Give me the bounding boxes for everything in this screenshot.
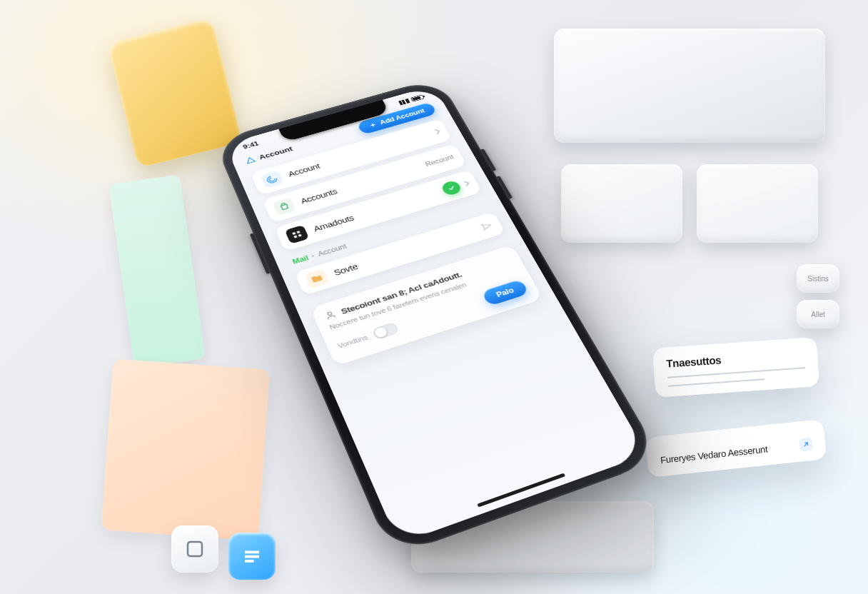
info-card-cta[interactable]: Palo [481, 279, 530, 307]
list-item-trailing: Recount [424, 153, 455, 168]
card-transfers[interactable]: Tnaesuttos [652, 337, 819, 398]
card-line [668, 378, 765, 386]
app-tile-blue[interactable] [228, 533, 276, 580]
check-badge-icon [440, 180, 463, 197]
info-card-toggle[interactable] [372, 322, 400, 341]
card-reserve-title: Fureryes Vedaro Aesserunt [660, 443, 768, 465]
info-card-mini: Vondtins [337, 333, 369, 349]
prop-label-allet: Allet [797, 300, 839, 328]
list-item-trailing [440, 177, 471, 196]
chevron-right-icon [433, 129, 440, 134]
svg-rect-1 [292, 232, 296, 235]
svg-rect-3 [293, 236, 297, 238]
prop-keycap-1 [697, 164, 818, 243]
folder-icon [304, 268, 330, 288]
prop-keycap-large [554, 29, 825, 143]
open-icon[interactable] [799, 438, 813, 452]
svg-rect-0 [188, 542, 202, 556]
section-tag: Mail [291, 254, 310, 266]
grid-icon [285, 225, 310, 244]
scene: Sistins Allet Tnaesuttos Fureryes Vedaro… [0, 0, 868, 594]
prop-keycap-2 [561, 164, 682, 243]
chevron-right-icon [463, 181, 470, 186]
card-reserve[interactable]: Fureryes Vedaro Aesserunt [645, 419, 827, 478]
svg-point-5 [327, 312, 332, 316]
list-item-trailing [433, 129, 440, 134]
svg-rect-4 [298, 234, 302, 237]
card-line [667, 367, 806, 378]
swirl-icon [260, 171, 283, 188]
prop-label-sistins: Sistins [797, 264, 839, 293]
svg-rect-2 [297, 231, 301, 233]
section-sub: Account [316, 243, 348, 258]
phone-screen: 9:41 Account Add Account [225, 86, 647, 544]
send-icon [480, 221, 494, 231]
volume-down-button[interactable] [496, 176, 513, 199]
page-title-text: Account [258, 145, 293, 161]
list-item-trailing [480, 221, 494, 231]
card-transfers-title: Tnaesuttos [666, 348, 805, 369]
app-tile-generic[interactable] [171, 525, 218, 573]
phone-frame: 9:41 Account Add Account [213, 77, 662, 557]
prop-mint-card [108, 174, 205, 368]
bag-icon [272, 197, 296, 216]
list-item-trailing-text: Recount [424, 153, 455, 168]
prop-peach-card [101, 359, 270, 541]
volume-up-button[interactable] [480, 148, 496, 171]
person-icon [323, 309, 338, 321]
